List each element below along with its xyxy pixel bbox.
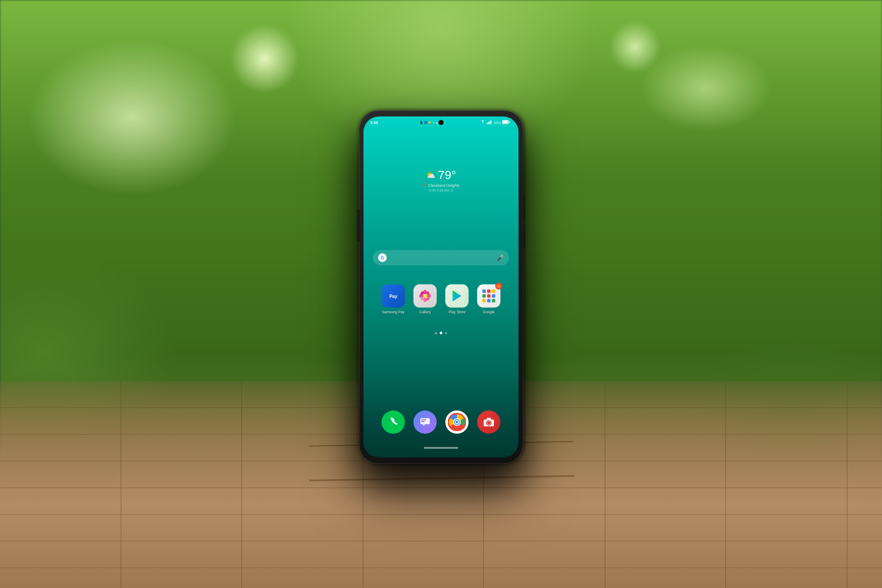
svg-marker-17 bbox=[453, 291, 461, 302]
battery-icon bbox=[502, 120, 510, 125]
svg-rect-29 bbox=[487, 418, 491, 421]
page-dot-2-active bbox=[440, 332, 442, 334]
bottom-dock bbox=[363, 411, 519, 434]
status-time: 5:55 bbox=[370, 121, 378, 125]
svg-point-16 bbox=[423, 294, 427, 298]
play-store-icon bbox=[445, 285, 469, 308]
google-label: Google bbox=[483, 310, 494, 314]
phone-app-icon bbox=[382, 411, 405, 434]
battery-percent: 90% bbox=[494, 121, 501, 124]
grid-dot-3 bbox=[492, 290, 495, 293]
gallery-flower-svg bbox=[418, 289, 432, 303]
status-right-icons: 90% bbox=[480, 120, 510, 125]
volume-up-button[interactable] bbox=[522, 197, 524, 220]
app-grid-row1: Pay Samsung Pay bbox=[363, 285, 519, 314]
svg-marker-21 bbox=[422, 424, 425, 426]
svg-rect-20 bbox=[421, 421, 425, 422]
google-logo: G bbox=[378, 254, 387, 262]
notification-icons: 📱🔵🔔⊙▲ bbox=[419, 121, 439, 124]
grid-dot-2 bbox=[487, 290, 491, 293]
svg-point-27 bbox=[456, 421, 458, 424]
svg-rect-2 bbox=[489, 121, 490, 124]
front-camera bbox=[438, 120, 444, 125]
signal-icon bbox=[487, 120, 493, 125]
svg-rect-3 bbox=[491, 121, 491, 124]
dock-chrome[interactable] bbox=[445, 411, 469, 434]
grid-dot-6 bbox=[492, 294, 495, 298]
voice-search-button[interactable]: 🎤 bbox=[497, 254, 504, 261]
phone-screen: 5:55 📱🔵🔔⊙▲ 90% ⛅ 7 bbox=[363, 117, 519, 458]
svg-point-31 bbox=[488, 422, 490, 424]
page-dot-3 bbox=[445, 332, 447, 334]
play-store-svg bbox=[450, 290, 463, 303]
app-samsung-pay[interactable]: Pay Samsung Pay bbox=[382, 285, 405, 314]
home-indicator[interactable] bbox=[424, 447, 458, 449]
google-notification-badge: 2 bbox=[495, 283, 502, 290]
app-gallery[interactable]: Gallery bbox=[413, 285, 437, 314]
status-left-icons: 📱🔵🔔⊙▲ bbox=[419, 121, 439, 124]
messages-app-icon bbox=[413, 411, 437, 434]
dock-camera[interactable] bbox=[477, 411, 500, 434]
google-search-bar[interactable]: G 🎤 bbox=[373, 250, 509, 266]
dock-phone[interactable] bbox=[382, 411, 405, 434]
chrome-app-icon bbox=[445, 411, 469, 434]
volume-down-button[interactable] bbox=[522, 225, 524, 248]
grid-dot-4 bbox=[482, 294, 486, 298]
app-google[interactable]: 2 Google bbox=[477, 285, 500, 314]
location-pin-icon: 📍 bbox=[422, 183, 427, 188]
weather-temperature: 79° bbox=[438, 168, 456, 182]
wifi-icon bbox=[480, 120, 485, 125]
page-dot-1 bbox=[435, 332, 437, 334]
phone-body: 5:55 📱🔵🔔⊙▲ 90% ⛅ 7 bbox=[359, 111, 523, 464]
play-store-label: Play Store bbox=[448, 310, 465, 314]
grid-dot-1 bbox=[482, 290, 486, 293]
weather-date: SYN 5:55 AM ⊙ bbox=[422, 189, 460, 192]
weather-icon: ⛅ bbox=[426, 170, 435, 180]
app-play-store[interactable]: Play Store bbox=[445, 285, 469, 314]
google-app-icon: 2 bbox=[477, 285, 500, 308]
grid-dot-8 bbox=[487, 299, 491, 303]
svg-rect-6 bbox=[509, 121, 510, 123]
svg-rect-1 bbox=[488, 122, 489, 124]
gallery-icon bbox=[413, 285, 437, 308]
svg-rect-5 bbox=[503, 121, 508, 124]
samsung-pay-icon: Pay bbox=[382, 285, 405, 308]
google-grid bbox=[482, 290, 495, 303]
dock-messages[interactable] bbox=[413, 411, 437, 434]
svg-rect-19 bbox=[421, 420, 426, 421]
gallery-label: Gallery bbox=[419, 310, 431, 314]
power-button[interactable] bbox=[358, 210, 360, 242]
camera-app-icon bbox=[477, 411, 500, 434]
weather-location: 📍 Cleveland Heights bbox=[422, 183, 460, 188]
grid-dot-7 bbox=[482, 299, 486, 303]
samsung-pay-label: Samsung Pay bbox=[382, 310, 405, 314]
svg-rect-0 bbox=[487, 123, 488, 124]
grid-dot-9 bbox=[492, 299, 495, 303]
weather-widget[interactable]: ⛅ 79° 📍 Cleveland Heights SYN 5:55 AM ⊙ bbox=[422, 168, 460, 192]
grid-dot-5 bbox=[487, 294, 491, 298]
page-indicator bbox=[435, 332, 447, 334]
